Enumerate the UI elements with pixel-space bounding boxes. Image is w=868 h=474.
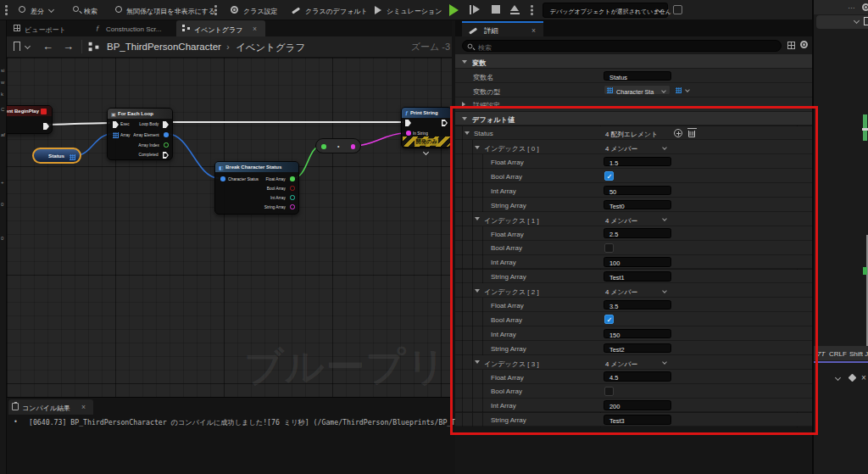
container-type-icon[interactable] (676, 87, 682, 93)
pin-character-status[interactable] (220, 176, 225, 181)
pin-float-array[interactable] (290, 176, 295, 181)
details-search-row: 検索 (455, 36, 812, 54)
forward-arrow-icon[interactable]: → (63, 40, 74, 53)
details-settings-icon[interactable] (800, 41, 808, 48)
details-search-input[interactable]: 検索 (462, 40, 782, 52)
editor-status-bar: 7T CRLF Shift JIS (814, 346, 868, 360)
pin-array-element[interactable] (164, 132, 169, 137)
pin-label: Float Array (266, 176, 286, 181)
blueprint-graph-canvas[interactable]: ブループリント Event BeginPlay ▣For Each Loop E… (7, 58, 452, 397)
log-bullet: • (14, 418, 17, 426)
compile-results-panel: コンパイル結果 × • [0640.73] BP_ThirdPersonChar… (7, 397, 452, 474)
background-editor-titlebar: … (814, 0, 868, 14)
close-tab-icon[interactable]: × (531, 26, 536, 35)
pin-exec[interactable] (113, 121, 119, 128)
conversion-in-pin[interactable] (321, 144, 326, 149)
status-crlf[interactable]: CRLF (829, 350, 847, 358)
property-label: 変数名 (473, 73, 493, 82)
eject-icon[interactable] (510, 5, 519, 11)
details-row-変数[interactable]: 変数 (455, 54, 812, 69)
breadcrumb-graph[interactable]: イベントグラフ (236, 42, 305, 54)
property-label: 変数 (472, 59, 486, 68)
pin-array[interactable] (113, 132, 119, 138)
event-graph-icon (182, 25, 190, 31)
details-icon (469, 27, 477, 34)
bookmark-icon[interactable] (14, 42, 20, 51)
exec-out-pin[interactable] (43, 123, 49, 130)
struct-type-icon (607, 87, 613, 93)
details-row-変数の型[interactable]: 変数の型Character Sta (455, 83, 812, 98)
tab-construction-script[interactable]: ƒ Construction Scr... (89, 20, 174, 36)
details-row-変数名[interactable]: 変数名Status (455, 69, 812, 83)
node-for-each-loop[interactable]: ▣For Each Loop ExecArrayLoop BodyArray E… (107, 108, 173, 160)
pin-string-array[interactable] (290, 204, 295, 209)
tab-event-graph[interactable]: イベントグラフ × (176, 20, 265, 36)
frame-skip-triangle (473, 5, 480, 14)
pin-bool-array[interactable] (290, 186, 295, 191)
bookmark-chevron-icon[interactable] (25, 43, 31, 49)
exec-out-pin[interactable] (442, 120, 448, 126)
gear-icon[interactable] (862, 3, 868, 11)
search-icon (73, 6, 79, 12)
class-settings-icon (231, 6, 238, 14)
chevron-down-icon[interactable] (854, 18, 860, 24)
compile-results-icon (12, 403, 19, 410)
graph-tab-bar: ビューポート ƒ Construction Scr... イベントグラフ × (7, 20, 452, 36)
compile-log-message: [0640.73] BP_ThirdPersonCharacter のコンパイル… (29, 418, 522, 427)
more-options-icon[interactable] (531, 4, 533, 15)
pin-label: Loop Body (139, 121, 159, 125)
property-label: 変数の型 (473, 87, 500, 97)
editor-toolbar-icons: × (814, 373, 868, 385)
class-settings-button[interactable]: クラス設定 (243, 7, 278, 16)
status-output-pin[interactable] (70, 154, 75, 160)
edit-icon[interactable] (849, 374, 857, 382)
pin-label: Array Index (138, 142, 159, 147)
node-event-beginplay[interactable]: Event BeginPlay (7, 105, 53, 134)
value-input[interactable]: Status (604, 71, 671, 81)
tab-viewport[interactable]: ビューポート (8, 20, 85, 36)
pin-loop-body[interactable] (163, 121, 169, 128)
more-options-icon[interactable] (5, 4, 8, 15)
frame-skip-icon[interactable] (470, 5, 471, 14)
tab-compile-results[interactable]: コンパイル結果 × (8, 399, 93, 415)
variable-type-dropdown[interactable]: Character Sta (604, 85, 670, 96)
debug-object-dropdown[interactable]: デバッグオブジェクトが選択されていません (542, 3, 668, 18)
tab-details[interactable]: 詳細 × (462, 21, 543, 36)
zoom-level-label: ズーム -3 (411, 41, 450, 53)
pin-completed[interactable] (163, 152, 169, 159)
hide-unrelated-button[interactable]: 無関係な項目を非表示にする (126, 7, 215, 16)
chevron-down-icon[interactable] (685, 87, 690, 92)
node-print-string[interactable]: ƒPrint String In String 開発のみ (401, 107, 452, 148)
node-status-variable[interactable]: Status (32, 148, 81, 164)
close-tab-icon[interactable]: × (253, 25, 257, 33)
class-defaults-icon (292, 7, 300, 14)
pin-label: Int Array (270, 195, 286, 199)
conversion-out-pin[interactable] (351, 144, 356, 149)
simulation-button[interactable]: シミュレーション (387, 7, 442, 16)
diff-button[interactable]: 差分 (31, 7, 44, 16)
status-encoding[interactable]: Shift JIS (849, 350, 868, 358)
property-matrix-icon[interactable] (787, 42, 795, 49)
search-button[interactable]: 検索 (84, 7, 97, 16)
ellipsis-icon[interactable]: … (848, 2, 855, 10)
back-arrow-icon[interactable]: ← (42, 40, 53, 53)
class-defaults-button[interactable]: クラスのデフォルト (305, 7, 368, 16)
close-icon[interactable]: × (861, 373, 866, 382)
diff-chevron-icon[interactable] (48, 7, 54, 13)
stop-button[interactable] (492, 5, 500, 14)
status-divider (814, 361, 868, 363)
pin-int-array[interactable] (290, 195, 295, 200)
chevron-down-icon[interactable] (835, 375, 841, 381)
breadcrumb-blueprint[interactable]: BP_ThirdPersonCharacter (107, 42, 221, 52)
close-tab-icon[interactable]: × (81, 403, 86, 411)
in-string-pin[interactable] (406, 131, 411, 136)
exec-in-pin[interactable] (405, 120, 411, 126)
node-to-string-conversion[interactable]: • (315, 138, 361, 153)
node-break-character-status[interactable]: ◧Break Character Status Character Status… (214, 161, 299, 215)
pin-array-index[interactable] (164, 142, 169, 148)
more-options-icon[interactable] (214, 4, 217, 15)
play-button[interactable] (449, 4, 459, 16)
blueprint-icon (89, 42, 99, 51)
expander-arrow[interactable] (462, 60, 467, 64)
browse-debug-icon[interactable] (673, 5, 682, 14)
